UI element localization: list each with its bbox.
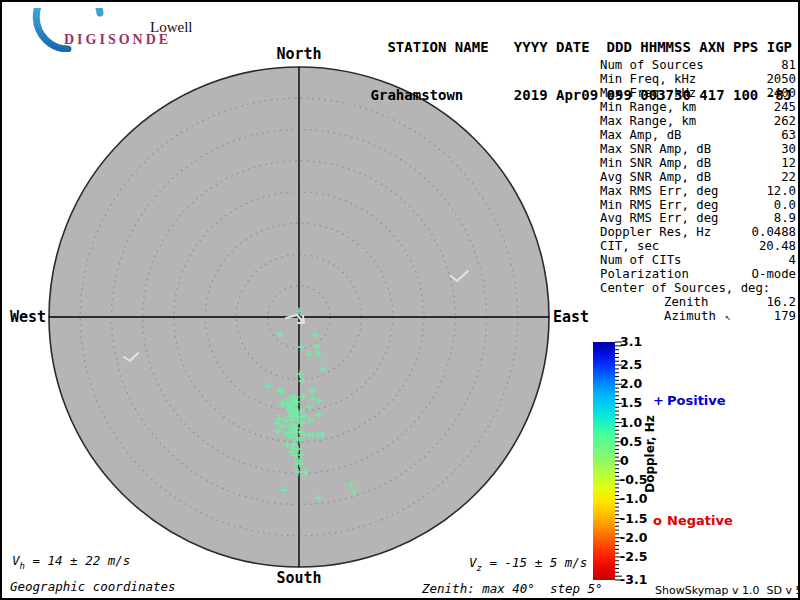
stat-row: Doppler Res, Hz0.0488 (600, 226, 796, 240)
showskymap-window: Lowell DIGISONDE STATION NAME YYYY DATE … (0, 0, 800, 600)
circle-marker-icon: o (653, 513, 667, 528)
measurement-stats-panel: Num of Sources81 Min Freq, kHz2050 Max F… (600, 59, 796, 324)
stat-row: Zenith16.2 (600, 296, 796, 310)
zenith-scale-note: Zenith: max 40° step 5° (422, 581, 603, 596)
stat-value: 0.0 (774, 199, 796, 213)
stat-row: Avg RMS Err, deg8.9 (600, 212, 796, 226)
stat-row: Max Amp, dB63 (600, 129, 796, 143)
colorbar-tick-label: 3.1 (620, 335, 642, 349)
stat-row: Num of Sources81 (600, 59, 796, 73)
colorbar-tick-label: 0.5 (620, 435, 642, 449)
stat-label: Azimuth (664, 310, 716, 324)
stat-value: 179 (774, 310, 796, 324)
stat-value: 262 (774, 115, 796, 129)
stat-row: CIT, sec20.48 (600, 240, 796, 254)
colorbar-tick-label: 2.5 (620, 358, 642, 372)
stat-row: Min Freq, kHz2050 (600, 73, 796, 87)
stat-value: O-mode (752, 268, 796, 282)
stat-row: Min SNR Amp, dB12 (600, 157, 796, 171)
stat-label: Max Amp, dB (600, 129, 681, 143)
stat-value: 22 (781, 171, 796, 185)
stat-label: Zenith (664, 296, 708, 310)
stat-value: 2400 (766, 87, 796, 101)
positive-doppler-legend: +Positive (653, 393, 726, 408)
colorbar-tick-label: 1.5 (620, 396, 642, 410)
stat-label: Max Freq, kHz (600, 87, 696, 101)
stat-row: PolarizationO-mode (600, 268, 796, 282)
stat-value: 8.9 (774, 212, 796, 226)
stat-label: Polarization (600, 268, 689, 282)
app-version-text: ShowSkymap v 1.0 SD v 5.1 (655, 584, 800, 597)
stat-value: 12 (781, 157, 796, 171)
stat-value: 20.48 (759, 240, 796, 254)
stat-row: Num of CITs4 (600, 254, 796, 268)
coordinate-system-label: Geographic coordinates (10, 579, 176, 594)
stat-value: 81 (781, 59, 796, 73)
stat-label: Num of CITs (600, 254, 681, 268)
stat-row: Min RMS Err, deg0.0 (600, 199, 796, 213)
stat-label: Avg SNR Amp, dB (600, 171, 711, 185)
stat-row: Max Range, km262 (600, 115, 796, 129)
stat-label: Min Range, km (600, 101, 696, 115)
vh-value: = 14 ± 22 m/s (25, 553, 130, 568)
stat-row: Avg SNR Amp, dB22 (600, 171, 796, 185)
positive-legend-label: Positive (667, 393, 726, 408)
stat-label: Min RMS Err, deg (600, 199, 718, 213)
stat-label: Max Range, km (600, 115, 696, 129)
vertical-velocity-text: Vz = -15 ± 5 m/s (469, 555, 587, 573)
stat-row: Min Range, km245 (600, 101, 796, 115)
colorbar-tick-label: -2.5 (620, 550, 647, 564)
vh-symbol: V (12, 553, 20, 568)
stat-label: Num of Sources (600, 59, 704, 73)
logo-digisonde-text: DIGISONDE (64, 32, 171, 48)
stat-value: 4 (789, 254, 796, 268)
colorbar-tick-label: 0 (620, 454, 629, 468)
colorbar-tick-label: -2.0 (620, 531, 647, 545)
stat-label: Max RMS Err, deg (600, 185, 718, 199)
stat-label: Min SNR Amp, dB (600, 157, 711, 171)
negative-legend-label: Negative (667, 513, 733, 528)
colorbar-axis-title: Doppler, Hz (643, 406, 657, 502)
stat-row: Max RMS Err, deg12.0 (600, 185, 796, 199)
stat-label: Min Freq, kHz (600, 73, 696, 87)
colorbar-tick-label: 1.0 (620, 416, 642, 430)
cursor-arrow-icon: ↖ (725, 310, 731, 324)
stat-value: 63 (781, 129, 796, 143)
station-header-columns: STATION NAME YYYY DATE DDD HHMMSS AXN PP… (371, 39, 792, 55)
stat-value: 245 (774, 101, 796, 115)
stat-value: 0.0488 (752, 226, 796, 240)
stat-row: Max SNR Amp, dB30 (600, 143, 796, 157)
stat-value: 2050 (766, 73, 796, 87)
horizontal-velocity-text: Vh = 14 ± 22 m/s (12, 553, 130, 571)
compass-south-label: South (269, 569, 329, 587)
stat-label: Max SNR Amp, dB (600, 143, 711, 157)
plus-marker-icon: + (653, 393, 667, 408)
colorbar-tick-label: -3.1 (620, 573, 647, 587)
stat-row: Center of Sources, deg: (600, 282, 796, 296)
stat-value: 12.0 (766, 185, 796, 199)
stat-value: 30 (781, 143, 796, 157)
stat-label: Avg RMS Err, deg (600, 212, 718, 226)
colorbar-tick-label: -1.5 (620, 512, 647, 526)
stat-row: Azimuth↖179 (600, 310, 796, 324)
compass-west-label: West (2, 308, 46, 326)
stat-row: Max Freq, kHz2400 (600, 87, 796, 101)
colorbar-tick-label: 2.0 (620, 377, 642, 391)
vz-value: = -15 ± 5 m/s (482, 555, 587, 570)
compass-north-label: North (269, 45, 329, 63)
stat-label: Center of Sources, deg: (600, 282, 770, 296)
stat-value: 16.2 (766, 296, 796, 310)
stat-label: Doppler Res, Hz (600, 226, 711, 240)
doppler-colorbar (593, 342, 615, 580)
stat-label: CIT, sec (600, 240, 659, 254)
vz-symbol: V (469, 555, 477, 570)
negative-doppler-legend: oNegative (653, 513, 733, 528)
